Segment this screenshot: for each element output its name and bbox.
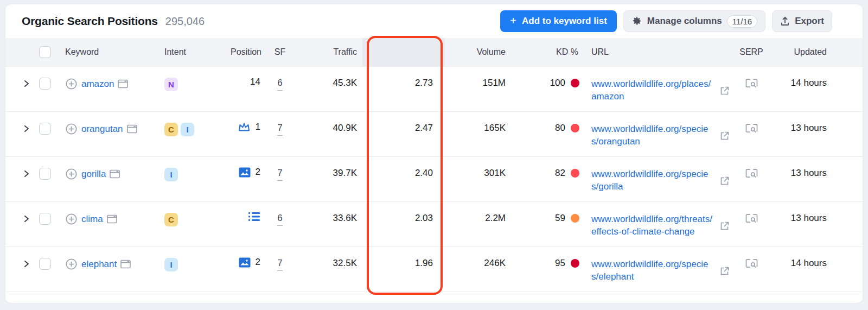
url-link[interactable]: www.worldwildlife.org/species/orangutan — [591, 123, 715, 148]
serp-cell — [735, 78, 768, 89]
sf-cell: 6 — [267, 78, 293, 91]
kd-cell: 59 — [511, 213, 586, 224]
row-checkbox-cell — [39, 213, 61, 225]
column-header-volume[interactable]: Volume — [445, 47, 511, 57]
intent-cell: I — [160, 258, 209, 271]
serp-preview-icon[interactable] — [745, 213, 758, 224]
url-link[interactable]: www.worldwildlife.org/threats/effects-of… — [591, 213, 715, 238]
sf-value[interactable]: 7 — [277, 168, 282, 181]
external-link-icon[interactable] — [719, 214, 730, 238]
serp-cell — [735, 213, 768, 224]
sort-descending-icon — [424, 49, 433, 56]
row-checkbox[interactable] — [39, 78, 51, 90]
keyword-link[interactable]: clima — [81, 214, 103, 225]
add-keyword-plus-circle-icon[interactable] — [65, 213, 78, 225]
traffic-cell: 45.3K — [293, 78, 362, 88]
add-keyword-plus-circle-icon[interactable] — [65, 258, 78, 270]
serp-features-window-icon[interactable] — [118, 79, 128, 88]
url-link[interactable]: www.worldwildlife.org/species/gorilla — [591, 168, 715, 193]
kd-difficulty-dot — [571, 259, 579, 268]
kd-difficulty-dot — [571, 124, 579, 132]
intent-badge-c: C — [164, 213, 178, 226]
volume-cell: 2.2M — [445, 213, 511, 224]
external-link-icon[interactable] — [719, 124, 730, 148]
position-cell: 14 — [209, 77, 267, 87]
panel-header: Organic Search Positions 295,046 + Add t… — [5, 4, 863, 38]
serp-preview-icon[interactable] — [745, 123, 758, 134]
url-link[interactable]: www.worldwildlife.org/species/elephant — [591, 258, 715, 283]
traffic-pct-cell: 2.03 — [362, 213, 445, 224]
manage-columns-button[interactable]: Manage columns 11/16 — [623, 10, 765, 32]
column-header-position[interactable]: Position — [209, 47, 267, 57]
serp-features-window-icon[interactable] — [120, 260, 131, 269]
sf-value[interactable]: 6 — [277, 213, 282, 226]
crown-icon — [238, 122, 251, 132]
column-header-kd[interactable]: KD % — [511, 47, 586, 57]
serp-preview-icon[interactable] — [745, 258, 758, 269]
position-cell — [209, 212, 267, 222]
column-header-serp[interactable]: SERP — [735, 47, 768, 57]
add-keyword-plus-circle-icon[interactable] — [65, 168, 78, 180]
position-cell: 2 — [209, 167, 267, 178]
gear-icon — [631, 16, 642, 27]
sf-value[interactable]: 7 — [277, 258, 282, 271]
updated-cell: 13 hours — [768, 123, 832, 134]
chevron-right-icon[interactable] — [23, 214, 30, 223]
sf-cell: 7 — [267, 123, 293, 136]
row-checkbox[interactable] — [39, 168, 51, 180]
keyword-cell: elephant — [61, 258, 160, 270]
select-all-checkbox[interactable] — [39, 46, 51, 58]
chevron-right-icon[interactable] — [23, 79, 30, 88]
sf-value[interactable]: 7 — [277, 123, 282, 136]
column-header-intent[interactable]: Intent — [160, 47, 209, 57]
table-body: amazon N 14 6 45.3K 2.73 151M 100 www.wo… — [5, 66, 863, 292]
url-link[interactable]: www.worldwildlife.org/places/amazon — [591, 78, 715, 103]
column-header-traffic-pct-label: Traffic % — [386, 47, 420, 57]
traffic-pct-cell: 2.40 — [362, 168, 445, 179]
column-header-updated[interactable]: Updated — [768, 47, 832, 57]
serp-preview-icon[interactable] — [745, 78, 758, 89]
keyword-link[interactable]: elephant — [81, 259, 117, 270]
page-title: Organic Search Positions — [22, 15, 158, 28]
kd-value: 95 — [555, 258, 565, 269]
chevron-right-icon[interactable] — [23, 260, 30, 268]
add-keyword-plus-circle-icon[interactable] — [65, 78, 78, 90]
keyword-link[interactable]: orangutan — [81, 124, 123, 135]
external-link-icon[interactable] — [719, 79, 730, 103]
keyword-link[interactable]: amazon — [81, 79, 114, 90]
row-checkbox-cell — [39, 258, 61, 270]
row-checkbox[interactable] — [39, 258, 51, 270]
column-header-url[interactable]: URL — [586, 47, 735, 57]
volume-cell: 301K — [445, 168, 511, 179]
column-header-sf[interactable]: SF — [267, 47, 293, 57]
add-keyword-plus-circle-icon[interactable] — [65, 123, 78, 135]
row-checkbox[interactable] — [39, 213, 51, 225]
serp-features-window-icon[interactable] — [127, 124, 137, 134]
kd-cell: 80 — [511, 123, 586, 134]
sf-value[interactable]: 6 — [277, 78, 282, 91]
sf-cell: 7 — [267, 168, 293, 181]
url-cell: www.worldwildlife.org/species/elephant — [586, 258, 735, 283]
plus-icon: + — [510, 15, 516, 27]
external-link-icon[interactable] — [719, 259, 730, 283]
row-checkbox[interactable] — [39, 123, 51, 135]
serp-features-window-icon[interactable] — [110, 169, 120, 179]
url-cell: www.worldwildlife.org/threats/effects-of… — [586, 213, 735, 238]
serp-cell — [735, 123, 768, 134]
kd-difficulty-dot — [571, 214, 579, 223]
external-link-icon[interactable] — [719, 169, 730, 193]
column-header-traffic-pct[interactable]: Traffic % — [362, 38, 445, 66]
column-header-keyword[interactable]: Keyword — [61, 47, 160, 57]
export-button[interactable]: Export — [772, 10, 832, 32]
serp-preview-icon[interactable] — [745, 168, 758, 179]
chevron-right-icon[interactable] — [23, 124, 30, 133]
kd-value: 59 — [555, 213, 565, 224]
table-row: gorilla I 2 7 39.7K 2.40 301K 82 www.wor… — [5, 156, 863, 201]
chevron-right-icon[interactable] — [23, 169, 30, 178]
add-to-keyword-list-button[interactable]: + Add to keyword list — [500, 10, 616, 32]
expand-row-cell — [23, 78, 39, 88]
column-header-traffic[interactable]: Traffic — [293, 47, 362, 57]
keyword-link[interactable]: gorilla — [81, 169, 106, 180]
kd-difficulty-dot — [571, 79, 579, 87]
serp-features-window-icon[interactable] — [107, 214, 117, 224]
